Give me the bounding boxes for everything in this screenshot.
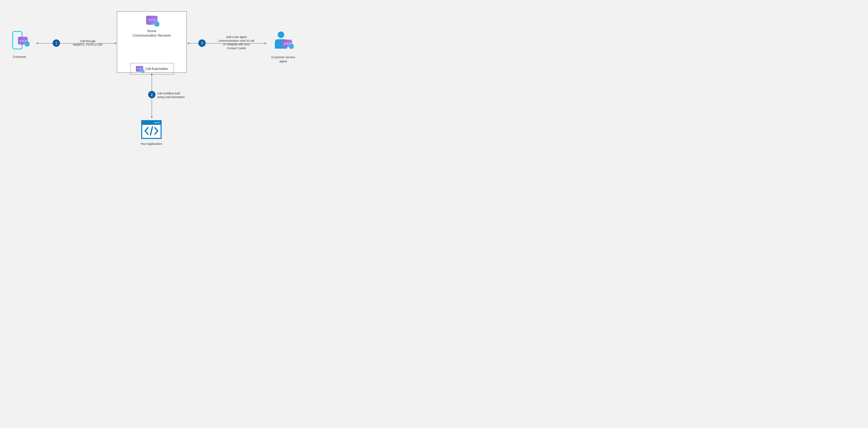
code-window-icon — [141, 120, 162, 139]
call-automation-label: Call Automation — [145, 67, 168, 71]
chat-bubble-icon — [146, 16, 157, 25]
arrow-customer-acs — [36, 42, 117, 44]
customer-label: Customer — [12, 55, 27, 59]
svg-line-2 — [150, 127, 152, 135]
acs-icon — [146, 16, 157, 27]
step-3-badge: 3 — [198, 39, 206, 47]
chat-bubble-icon — [18, 37, 28, 45]
acs-title-line1: Azure — [147, 29, 156, 33]
customer-icon — [12, 31, 27, 52]
call-automation-icon — [136, 66, 143, 72]
step-3-label: Add a live agent (communication user) to… — [213, 35, 260, 50]
step-2-label: Call workflow built using Call Automatio… — [157, 91, 196, 99]
your-app-label: Your Application — [141, 142, 162, 146]
phone-icon — [289, 44, 294, 49]
phone-icon — [154, 22, 160, 27]
acs-box: Azure Communication Services Call Automa… — [117, 11, 187, 73]
your-app-node: Your Application — [141, 120, 162, 146]
phone-icon — [25, 41, 30, 47]
agent-icon — [274, 31, 292, 52]
agent-label: Customer service agent — [267, 55, 300, 63]
agent-node: Customer service agent — [267, 31, 300, 63]
chat-bubble-icon — [282, 40, 292, 47]
acs-title-line2: Communication Services — [133, 33, 171, 37]
customer-node: Customer — [12, 31, 27, 59]
step-2-badge: 2 — [148, 91, 155, 98]
